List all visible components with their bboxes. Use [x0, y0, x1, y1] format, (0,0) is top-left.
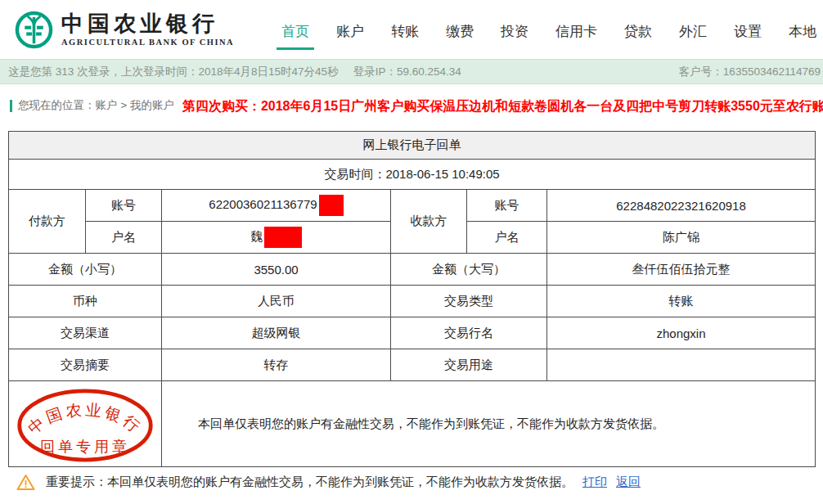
redaction-box	[264, 227, 302, 248]
purpose-value	[547, 349, 816, 381]
purchase-annotation: 第四次购买：2018年6月15日广州客户购买保温压边机和短款卷圆机各一台及四把中…	[182, 98, 823, 114]
nav-transfer[interactable]: 转账	[386, 22, 424, 50]
brand-name-cn: 中国农业银行	[61, 12, 234, 37]
nav-credit-card[interactable]: 信用卡	[551, 22, 602, 50]
header: 中国农业银行 AGRICULTURAL BANK OF CHINA 首页 账户 …	[0, 0, 823, 59]
stamp-text-bottom: 回单专用章	[40, 438, 130, 454]
nav-forex[interactable]: 外汇	[674, 22, 712, 50]
payee-name: 陈广锦	[547, 222, 816, 254]
transaction-type-label: 交易类型	[391, 286, 547, 317]
bank-seal-icon: 中国农业银行 回单专用章	[15, 385, 155, 466]
breadcrumb-accent-bar	[10, 100, 12, 112]
nav-accounts[interactable]: 账户	[331, 22, 369, 50]
amount-figures-label: 金额（小写）	[9, 254, 162, 286]
bank-logo[interactable]: 中国农业银行 AGRICULTURAL BANK OF CHINA	[15, 11, 234, 49]
footer-notice: 重要提示：本回单仅表明您的账户有金融性交易，不能作为到账凭证，不能作为收款方发货…	[16, 474, 823, 491]
nav-settings[interactable]: 设置	[729, 22, 767, 50]
e-receipt-table: 网上银行电子回单 交易时间：2018-06-15 10:49:05 付款方 账号…	[8, 131, 816, 467]
payer-account-cell: 6220036021136779	[162, 190, 391, 222]
nav-payments[interactable]: 缴费	[441, 22, 479, 50]
purpose-label: 交易用途	[391, 349, 547, 381]
redaction-box	[319, 195, 344, 216]
brand-name-en: AGRICULTURAL BANK OF CHINA	[61, 38, 234, 47]
channel-label: 交易渠道	[9, 317, 162, 349]
login-count-text: 这是您第 313 次登录，上次登录时间：2018年4月8日15时47分45秒	[8, 65, 339, 79]
receipt-title: 网上银行电子回单	[9, 132, 816, 160]
currency-label: 币种	[9, 286, 162, 317]
nav-loans[interactable]: 贷款	[619, 22, 657, 50]
nav-investment[interactable]: 投资	[496, 22, 533, 50]
receipt-note: 本回单仅表明您的账户有金融性交易，不能作为到账凭证，不能作为收款方发货依据。	[162, 381, 816, 467]
breadcrumb-row: 您现在的位置：账户 > 我的账户 第四次购买：2018年6月15日广州客户购买保…	[0, 84, 823, 131]
transaction-type-value: 转账	[547, 286, 816, 317]
svg-text:中国农业银行: 中国农业银行	[25, 401, 145, 437]
transaction-time: 交易时间：2018-06-15 10:49:05	[9, 160, 816, 190]
payer-account-label: 账号	[86, 190, 162, 222]
warning-icon	[16, 474, 35, 491]
summary-value: 转存	[162, 349, 391, 381]
payer-group-label: 付款方	[9, 190, 86, 254]
payer-name: 魏	[251, 229, 263, 243]
bank-name-value: zhongxin	[547, 317, 816, 349]
receipt-stamp-cell: 中国农业银行 回单专用章	[9, 381, 162, 467]
summary-label: 交易摘要	[9, 349, 162, 381]
payer-account-number: 6220036021136779	[209, 197, 317, 211]
stamp-text-top: 中国农业银行	[25, 401, 145, 437]
breadcrumb-text: 您现在的位置：账户 > 我的账户	[18, 98, 174, 113]
payee-account-label: 账号	[467, 190, 547, 222]
nav-local[interactable]: 本地	[784, 22, 821, 50]
channel-value: 超级网银	[162, 317, 391, 349]
login-ip-text: 登录IP：59.60.254.34	[353, 65, 461, 79]
important-notice-text: 重要提示：本回单仅表明您的账户有金融性交易，不能作为到账凭证，不能作为收款方发货…	[46, 475, 573, 490]
payer-name-cell: 魏	[162, 222, 391, 254]
amount-words-label: 金额（大写）	[391, 254, 547, 286]
back-link[interactable]: 返回	[616, 475, 641, 490]
nav-home[interactable]: 首页	[277, 22, 314, 50]
payee-account-number: 6228482022321620918	[547, 190, 816, 222]
currency-value: 人民币	[162, 286, 391, 317]
breadcrumb: 您现在的位置：账户 > 我的账户	[10, 98, 174, 113]
payee-group-label: 收款方	[391, 190, 467, 254]
payee-name-label: 户名	[467, 222, 547, 254]
customer-number: 客户号：1635503462114769	[679, 65, 821, 79]
bank-name-label: 交易行名	[391, 317, 547, 349]
login-info-bar: 这是您第 313 次登录，上次登录时间：2018年4月8日15时47分45秒 登…	[0, 59, 823, 84]
abc-bank-icon	[15, 11, 53, 49]
amount-figures-value: 3550.00	[162, 254, 391, 286]
main-nav: 首页 账户 转账 缴费 投资 信用卡 贷款 外汇 设置 本地	[277, 9, 823, 50]
print-link[interactable]: 打印	[582, 475, 607, 490]
payer-name-label: 户名	[86, 222, 162, 254]
brand-text: 中国农业银行 AGRICULTURAL BANK OF CHINA	[61, 12, 234, 47]
amount-words-value: 叁仟伍佰伍拾元整	[547, 254, 816, 286]
